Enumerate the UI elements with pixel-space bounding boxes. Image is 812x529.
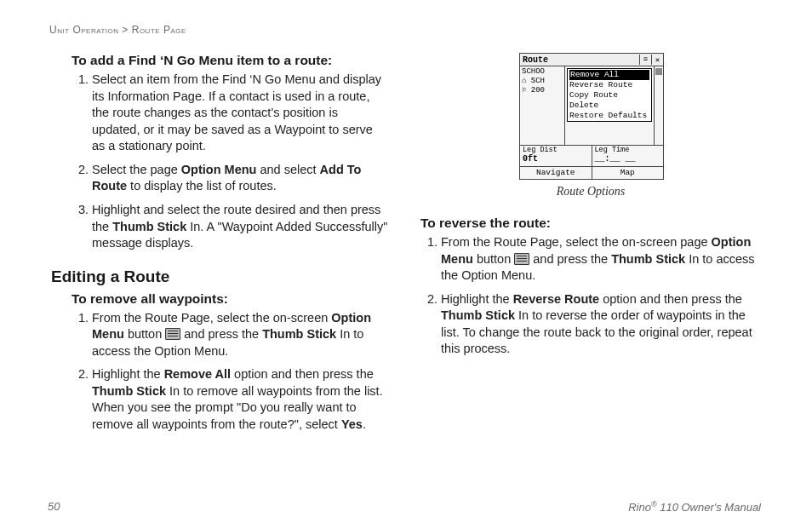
shot-stat-label: Leg Time <box>595 147 661 154</box>
list-item: Select the page Option Menu and select A… <box>92 162 388 195</box>
heading-add-item: To add a Find ‘N Go Menu item to a route… <box>71 53 388 68</box>
breadcrumb-sep: > <box>119 24 132 36</box>
shot-menu: Remove All Reverse Route Copy Route Dele… <box>565 66 654 145</box>
shot-statbar: Leg Dist 0ft Leg Time __:__ __ <box>520 145 663 166</box>
steps-remove-all: From the Route Page, select the on-scree… <box>71 310 388 434</box>
shot-scrollbar <box>654 66 663 145</box>
right-column: Route ≡ ✕ SCHOO ⌂ SCH ⚐ 200 Remove All <box>420 53 761 446</box>
shot-title: Route <box>520 55 639 65</box>
option-menu-icon <box>514 253 529 265</box>
list-item: From the Route Page, select the on-scree… <box>92 310 388 360</box>
list-item: Highlight the Reverse Route option and t… <box>441 291 761 358</box>
breadcrumb-b: Route Page <box>132 24 186 36</box>
shot-menu-item: Restore Defaults <box>569 111 649 121</box>
shot-stat-cell: Leg Dist 0ft <box>520 146 592 166</box>
shot-menu-item: Copy Route <box>569 90 649 101</box>
screenshot-caption: Route Options <box>420 185 761 198</box>
shot-left: SCHOO ⌂ SCH ⚐ 200 <box>520 66 565 145</box>
list-item: Highlight the Remove All option and then… <box>92 366 388 433</box>
breadcrumb-a: Unit Operation <box>49 24 119 36</box>
page-number: 50 <box>48 500 60 514</box>
shot-left-row: ⚐ 200 <box>522 87 563 95</box>
shot-menu-box: Remove All Reverse Route Copy Route Dele… <box>567 68 652 122</box>
shot-close-icon: ✕ <box>651 55 663 65</box>
shot-body: SCHOO ⌂ SCH ⚐ 200 Remove All Reverse Rou… <box>520 66 663 145</box>
heading-remove-all: To remove all waypoints: <box>71 291 388 307</box>
heading-reverse: To reverse the route: <box>420 216 761 231</box>
shot-menu-icon: ≡ <box>639 55 651 65</box>
list-item: From the Route Page, select the on-scree… <box>441 234 761 285</box>
shot-bot-cell: Map <box>592 167 664 179</box>
left-column: To add a Find ‘N Go Menu item to a route… <box>48 53 388 446</box>
shot-botbar: Navigate Map <box>520 166 663 179</box>
manual-title: Rino® 110 Owner's Manual <box>628 500 761 514</box>
footer: 50 Rino® 110 Owner's Manual <box>48 500 761 514</box>
shot-bot-cell: Navigate <box>520 167 592 179</box>
shot-left-row: ⌂ SCH <box>522 78 563 86</box>
breadcrumb: Unit Operation > Route Page <box>49 24 761 36</box>
shot-menu-item-selected: Remove All <box>569 70 649 80</box>
shot-titlebar: Route ≡ ✕ <box>520 54 663 66</box>
shot-stat-val: 0ft <box>523 154 589 164</box>
route-options-screenshot: Route ≡ ✕ SCHOO ⌂ SCH ⚐ 200 Remove All <box>519 53 664 180</box>
screenshot-wrap: Route ≡ ✕ SCHOO ⌂ SCH ⚐ 200 Remove All <box>519 53 662 180</box>
steps-reverse: From the Route Page, select the on-scree… <box>420 234 761 358</box>
shot-left-row: SCHOO <box>522 68 563 77</box>
shot-stat-label: Leg Dist <box>523 147 589 154</box>
shot-menu-item: Reverse Route <box>569 80 649 90</box>
step-text: Select an item from the Find ‘N Go Menu … <box>92 72 381 152</box>
option-menu-icon <box>165 328 180 340</box>
steps-add-item: Select an item from the Find ‘N Go Menu … <box>71 72 388 252</box>
shot-stat-val: __:__ __ <box>595 154 661 164</box>
page: Unit Operation > Route Page To add a Fin… <box>0 0 812 529</box>
section-editing-route: Editing a Route <box>51 267 388 286</box>
list-item: Highlight and select the route desired a… <box>92 202 388 252</box>
shot-menu-item: Delete <box>569 101 649 111</box>
list-item: Select an item from the Find ‘N Go Menu … <box>92 72 388 155</box>
shot-stat-cell: Leg Time __:__ __ <box>592 146 664 166</box>
columns: To add a Find ‘N Go Menu item to a route… <box>48 53 761 446</box>
